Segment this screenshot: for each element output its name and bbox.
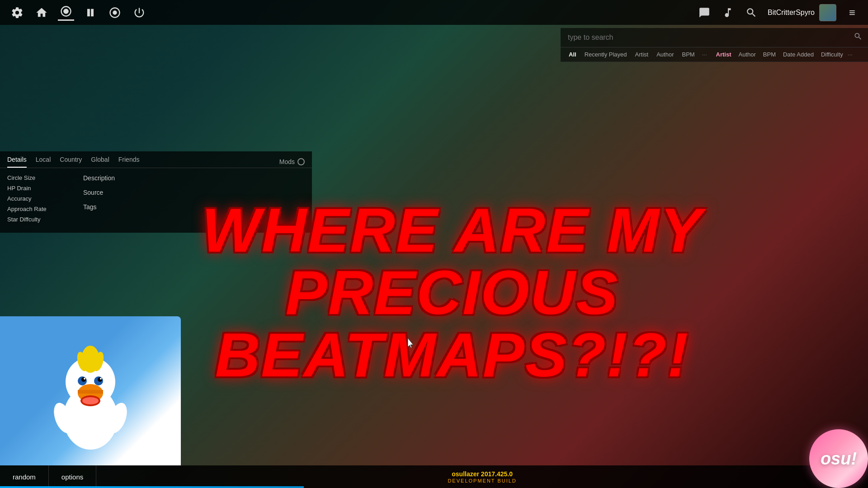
panel-tabs: Details Local Country Global Friends Mod… <box>0 151 312 168</box>
left-panel: Details Local Country Global Friends Mod… <box>0 151 312 233</box>
character-area <box>0 316 181 465</box>
sort-tab-bpm[interactable]: BPM <box>760 50 778 59</box>
search-nav-icon[interactable] <box>744 5 759 20</box>
sort-tab-date-added[interactable]: Date Added <box>780 50 816 59</box>
stat-label-circle-size: Circle Size <box>7 174 52 181</box>
panel-tab-country[interactable]: Country <box>60 156 82 168</box>
sort-tab-author[interactable]: Author <box>736 50 758 59</box>
panel-tab-local[interactable]: Local <box>36 156 51 168</box>
filter-tab-recently-played[interactable]: Recently Played <box>582 50 630 59</box>
bottom-center: osullazer 2017.425.0 DEVELOPMENT BUILD <box>96 470 868 483</box>
panel-tab-friends[interactable]: Friends <box>118 156 140 168</box>
nav-right: BitCritterSpyro ≡ <box>697 4 859 21</box>
sort-tab-difficulty[interactable]: Difficulty <box>818 50 846 59</box>
svg-point-18 <box>82 397 99 404</box>
build-version: DEVELOPMENT BUILD <box>448 478 516 483</box>
filter-tab-all[interactable]: All <box>566 50 579 59</box>
search-bar: All Recently Played Artist Author BPM ··… <box>561 28 868 62</box>
play-mode-icon[interactable] <box>58 5 74 21</box>
character-image <box>0 316 181 465</box>
bottom-buttons: random options <box>0 465 96 488</box>
stat-row-star-difficulty: Star Diffculty <box>7 216 58 223</box>
home-icon[interactable] <box>33 5 50 21</box>
stat-row-hp-drain: HP Drain <box>7 185 58 192</box>
sort-more-dots[interactable]: ··· <box>848 51 853 58</box>
svg-point-1 <box>63 9 69 14</box>
sort-tab-artist[interactable]: Artist <box>713 50 734 59</box>
svg-point-11 <box>81 377 86 382</box>
stats-section: Circle Size HP Drain Accuracy <box>0 168 65 233</box>
music-icon[interactable] <box>721 5 735 20</box>
search-input[interactable] <box>561 28 868 47</box>
stat-label-accuracy: Accuracy <box>7 195 52 202</box>
random-button[interactable]: random <box>0 465 49 488</box>
filter-tab-artist[interactable]: Artist <box>632 50 651 59</box>
panel-tab-global[interactable]: Global <box>91 156 109 168</box>
panel-tab-details[interactable]: Details <box>7 156 27 168</box>
panel-content: Circle Size HP Drain Accuracy <box>0 168 312 233</box>
mods-circle-icon <box>297 158 305 165</box>
stat-row-circle-size: Circle Size <box>7 174 58 181</box>
search-input-wrap <box>561 28 868 47</box>
stat-label-approach-rate: Approach Rate <box>7 206 52 212</box>
meta-item-source: Source <box>83 189 115 196</box>
settings-icon[interactable] <box>9 5 25 21</box>
power-icon[interactable] <box>131 5 147 21</box>
pause-icon[interactable] <box>82 5 99 21</box>
svg-point-12 <box>98 377 102 382</box>
user-profile[interactable]: BitCritterSpyro <box>768 4 836 21</box>
filter-tab-author[interactable]: Author <box>654 50 676 59</box>
search-submit-icon[interactable] <box>854 32 863 43</box>
osu-logo[interactable]: osu! <box>809 429 868 488</box>
mods-text: Mods <box>279 158 295 165</box>
meta-section: Description Source Tags <box>65 168 122 233</box>
nav-icons <box>9 5 147 21</box>
filter-tabs: All Recently Played Artist Author BPM ··… <box>561 47 868 62</box>
bottom-progress-bar <box>0 486 304 488</box>
hamburger-menu[interactable]: ≡ <box>845 5 859 21</box>
target-icon[interactable] <box>107 5 123 21</box>
mods-label[interactable]: Mods <box>279 158 305 165</box>
avatar <box>819 4 836 21</box>
options-button[interactable]: options <box>49 465 96 488</box>
bottom-bar: random options osullazer 2017.425.0 DEVE… <box>0 465 868 488</box>
osu-logo-text: osu! <box>821 449 857 469</box>
meta-item-description: Description <box>83 174 115 182</box>
navbar: BitCritterSpyro ≡ <box>0 0 868 25</box>
stat-row-approach-rate: Approach Rate <box>7 206 58 212</box>
sort-tabs: Artist Author BPM Date Added Difficulty … <box>713 50 853 59</box>
meta-item-tags: Tags <box>83 203 115 211</box>
svg-point-14 <box>100 378 102 380</box>
filter-more-dots[interactable]: ··· <box>702 51 707 58</box>
svg-rect-16 <box>78 390 103 394</box>
svg-point-13 <box>84 378 85 380</box>
build-name: osullazer 2017.425.0 <box>452 470 513 478</box>
stat-label-star-difficulty: Star Diffculty <box>7 216 52 223</box>
stat-label-hp-drain: HP Drain <box>7 185 52 192</box>
username: BitCritterSpyro <box>768 9 815 17</box>
filter-tab-bpm[interactable]: BPM <box>679 50 698 59</box>
chat-icon[interactable] <box>697 5 712 20</box>
stat-row-accuracy: Accuracy <box>7 195 58 202</box>
